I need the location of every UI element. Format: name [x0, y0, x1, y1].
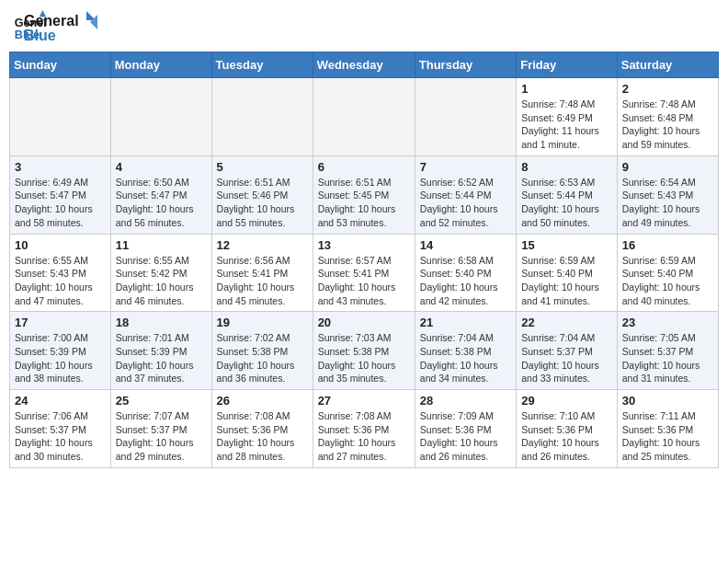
- calendar-cell: [110, 78, 211, 156]
- page-header: General Blue General Blue: [9, 9, 719, 44]
- day-number: 14: [420, 238, 511, 252]
- calendar-table: SundayMondayTuesdayWednesdayThursdayFrid…: [9, 52, 719, 468]
- calendar-cell: [415, 78, 516, 156]
- calendar-cell: 5Sunrise: 6:51 AM Sunset: 5:46 PM Daylig…: [211, 155, 313, 234]
- day-info: Sunrise: 7:00 AM Sunset: 5:39 PM Dayligh…: [15, 331, 106, 385]
- calendar-cell: 10Sunrise: 6:55 AM Sunset: 5:43 PM Dayli…: [10, 234, 111, 312]
- calendar-week-2: 3Sunrise: 6:49 AM Sunset: 5:47 PM Daylig…: [10, 155, 719, 234]
- day-info: Sunrise: 6:58 AM Sunset: 5:40 PM Dayligh…: [420, 254, 511, 308]
- day-info: Sunrise: 6:51 AM Sunset: 5:46 PM Dayligh…: [217, 176, 308, 230]
- day-number: 23: [622, 316, 713, 329]
- day-number: 5: [217, 160, 308, 174]
- calendar-cell: [313, 78, 415, 156]
- weekday-saturday: Saturday: [617, 52, 718, 78]
- day-number: 25: [116, 394, 207, 408]
- day-info: Sunrise: 7:05 AM Sunset: 5:37 PM Dayligh…: [622, 331, 713, 385]
- day-number: 9: [622, 160, 713, 174]
- day-info: Sunrise: 7:08 AM Sunset: 5:36 PM Dayligh…: [217, 409, 308, 464]
- day-info: Sunrise: 6:49 AM Sunset: 5:47 PM Dayligh…: [15, 176, 106, 230]
- svg-text:General: General: [24, 13, 79, 29]
- calendar-cell: 26Sunrise: 7:08 AM Sunset: 5:36 PM Dayli…: [211, 390, 313, 468]
- day-info: Sunrise: 7:48 AM Sunset: 6:48 PM Dayligh…: [622, 98, 713, 152]
- day-info: Sunrise: 6:53 AM Sunset: 5:44 PM Dayligh…: [521, 176, 612, 230]
- day-number: 26: [217, 394, 308, 408]
- day-info: Sunrise: 7:04 AM Sunset: 5:37 PM Dayligh…: [521, 331, 612, 385]
- calendar-week-5: 24Sunrise: 7:06 AM Sunset: 5:37 PM Dayli…: [10, 390, 719, 468]
- logo: General Blue General Blue: [13, 9, 79, 44]
- calendar-cell: 16Sunrise: 6:59 AM Sunset: 5:40 PM Dayli…: [617, 234, 718, 312]
- calendar-week-4: 17Sunrise: 7:00 AM Sunset: 5:39 PM Dayli…: [10, 312, 719, 390]
- calendar-cell: 24Sunrise: 7:06 AM Sunset: 5:37 PM Dayli…: [10, 390, 111, 468]
- day-info: Sunrise: 6:57 AM Sunset: 5:41 PM Dayligh…: [318, 254, 410, 308]
- calendar-cell: 2Sunrise: 7:48 AM Sunset: 6:48 PM Daylig…: [617, 78, 718, 156]
- day-number: 13: [318, 238, 410, 252]
- day-info: Sunrise: 7:03 AM Sunset: 5:38 PM Dayligh…: [318, 331, 410, 385]
- calendar-cell: 13Sunrise: 6:57 AM Sunset: 5:41 PM Dayli…: [313, 234, 415, 312]
- calendar-cell: 18Sunrise: 7:01 AM Sunset: 5:39 PM Dayli…: [110, 312, 211, 390]
- day-info: Sunrise: 7:08 AM Sunset: 5:36 PM Dayligh…: [318, 409, 410, 464]
- day-info: Sunrise: 6:55 AM Sunset: 5:42 PM Dayligh…: [116, 254, 207, 308]
- weekday-tuesday: Tuesday: [211, 52, 313, 78]
- day-number: 3: [15, 160, 106, 174]
- weekday-monday: Monday: [110, 52, 211, 78]
- calendar-cell: [211, 78, 313, 156]
- day-info: Sunrise: 6:51 AM Sunset: 5:45 PM Dayligh…: [318, 176, 410, 230]
- calendar-cell: 11Sunrise: 6:55 AM Sunset: 5:42 PM Dayli…: [110, 234, 211, 312]
- day-number: 4: [116, 160, 207, 174]
- day-number: 18: [116, 316, 207, 329]
- calendar-cell: 22Sunrise: 7:04 AM Sunset: 5:37 PM Dayli…: [517, 312, 618, 390]
- day-info: Sunrise: 7:09 AM Sunset: 5:36 PM Dayligh…: [420, 409, 511, 464]
- calendar-cell: 27Sunrise: 7:08 AM Sunset: 5:36 PM Dayli…: [313, 390, 415, 468]
- weekday-sunday: Sunday: [10, 52, 111, 78]
- day-info: Sunrise: 6:52 AM Sunset: 5:44 PM Dayligh…: [420, 176, 511, 230]
- calendar-cell: 1Sunrise: 7:48 AM Sunset: 6:49 PM Daylig…: [517, 78, 618, 156]
- day-info: Sunrise: 7:48 AM Sunset: 6:49 PM Dayligh…: [521, 98, 612, 152]
- calendar-cell: 4Sunrise: 6:50 AM Sunset: 5:47 PM Daylig…: [110, 155, 211, 234]
- calendar-cell: 7Sunrise: 6:52 AM Sunset: 5:44 PM Daylig…: [415, 155, 516, 234]
- day-info: Sunrise: 7:04 AM Sunset: 5:38 PM Dayligh…: [420, 331, 511, 385]
- day-info: Sunrise: 6:56 AM Sunset: 5:41 PM Dayligh…: [217, 254, 308, 308]
- day-number: 16: [622, 238, 713, 252]
- day-info: Sunrise: 7:10 AM Sunset: 5:36 PM Dayligh…: [521, 409, 612, 464]
- calendar-cell: 19Sunrise: 7:02 AM Sunset: 5:38 PM Dayli…: [211, 312, 313, 390]
- day-number: 6: [318, 160, 410, 174]
- day-number: 30: [622, 394, 713, 408]
- day-number: 24: [15, 394, 106, 408]
- calendar-cell: 20Sunrise: 7:03 AM Sunset: 5:38 PM Dayli…: [313, 312, 415, 390]
- calendar-cell: 17Sunrise: 7:00 AM Sunset: 5:39 PM Dayli…: [10, 312, 111, 390]
- svg-text:Blue: Blue: [24, 28, 56, 43]
- calendar-cell: 29Sunrise: 7:10 AM Sunset: 5:36 PM Dayli…: [517, 390, 618, 468]
- day-info: Sunrise: 6:59 AM Sunset: 5:40 PM Dayligh…: [622, 254, 713, 308]
- day-number: 28: [420, 394, 511, 408]
- calendar-cell: 3Sunrise: 6:49 AM Sunset: 5:47 PM Daylig…: [10, 155, 111, 234]
- day-number: 8: [521, 160, 612, 174]
- day-number: 22: [521, 316, 612, 329]
- day-number: 11: [116, 238, 207, 252]
- day-info: Sunrise: 7:06 AM Sunset: 5:37 PM Dayligh…: [15, 409, 106, 464]
- day-number: 21: [420, 316, 511, 329]
- day-number: 1: [521, 82, 612, 96]
- day-number: 2: [622, 82, 713, 96]
- day-number: 10: [15, 238, 106, 252]
- weekday-wednesday: Wednesday: [313, 52, 415, 78]
- day-info: Sunrise: 6:50 AM Sunset: 5:47 PM Dayligh…: [116, 176, 207, 230]
- calendar-cell: 23Sunrise: 7:05 AM Sunset: 5:37 PM Dayli…: [617, 312, 718, 390]
- day-number: 12: [217, 238, 308, 252]
- day-info: Sunrise: 7:07 AM Sunset: 5:37 PM Dayligh…: [116, 409, 207, 464]
- day-number: 27: [318, 394, 410, 408]
- calendar-week-3: 10Sunrise: 6:55 AM Sunset: 5:43 PM Dayli…: [10, 234, 719, 312]
- weekday-friday: Friday: [517, 52, 618, 78]
- calendar-cell: 30Sunrise: 7:11 AM Sunset: 5:36 PM Dayli…: [617, 390, 718, 468]
- calendar-cell: 6Sunrise: 6:51 AM Sunset: 5:45 PM Daylig…: [313, 155, 415, 234]
- calendar-cell: 9Sunrise: 6:54 AM Sunset: 5:43 PM Daylig…: [617, 155, 718, 234]
- calendar-cell: 15Sunrise: 6:59 AM Sunset: 5:40 PM Dayli…: [517, 234, 618, 312]
- day-number: 7: [420, 160, 511, 174]
- calendar-cell: 21Sunrise: 7:04 AM Sunset: 5:38 PM Dayli…: [415, 312, 516, 390]
- day-number: 20: [318, 316, 410, 329]
- day-info: Sunrise: 7:11 AM Sunset: 5:36 PM Dayligh…: [622, 409, 713, 464]
- day-number: 17: [15, 316, 106, 329]
- weekday-header-row: SundayMondayTuesdayWednesdayThursdayFrid…: [10, 52, 719, 78]
- day-number: 29: [521, 394, 612, 408]
- day-number: 19: [217, 316, 308, 329]
- day-info: Sunrise: 7:01 AM Sunset: 5:39 PM Dayligh…: [116, 331, 207, 385]
